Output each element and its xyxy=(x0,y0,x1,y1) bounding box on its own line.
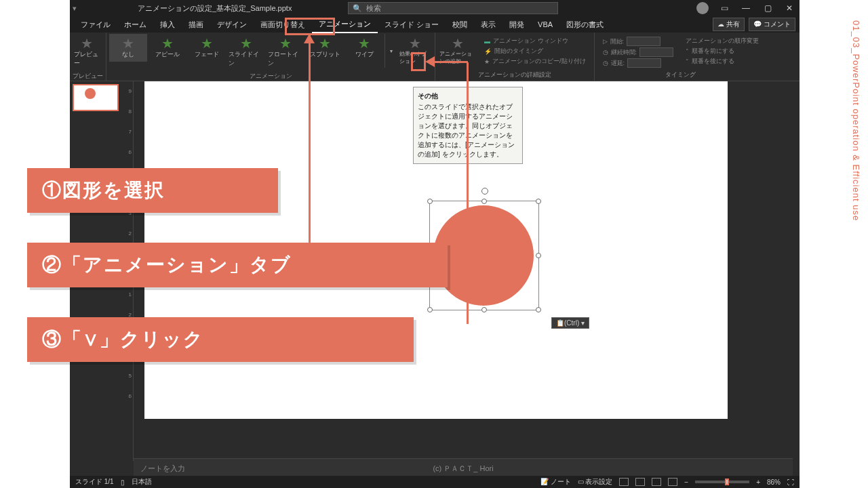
start-input[interactable] xyxy=(627,37,660,46)
ribbon-group-animation: ★なし ★アピール ★フェード ★スライドイン ★フロートイン ★スプリット ★… xyxy=(106,33,435,81)
order-later-button[interactable]: ˅順番を後にする xyxy=(686,57,759,66)
animation-pane-button[interactable]: ▬アニメーション ウィンドウ xyxy=(484,37,586,45)
tab-draw[interactable]: 描画 xyxy=(182,16,210,33)
chevron-down-icon: ▾ xyxy=(390,48,393,54)
slideshow-view-button[interactable] xyxy=(668,478,677,486)
star-icon: ★ xyxy=(319,37,331,50)
resize-handle[interactable] xyxy=(536,253,541,258)
minimize-button[interactable]: — xyxy=(740,2,752,14)
callout-3: ③「∨」クリック xyxy=(27,317,414,362)
paste-options-tag[interactable]: 📋(Ctrl) ▾ xyxy=(551,317,589,329)
language-label[interactable]: 日本語 xyxy=(132,477,152,487)
order-title: アニメーションの順序変更 xyxy=(686,37,759,45)
ribbon-mode-icon[interactable]: ▭ xyxy=(718,2,730,14)
start-label: 開始: xyxy=(610,37,625,46)
titlebar: アニメーションの設定_基本設定_Sample.pptx ▾ 🔍 検索 ▭ — ▢… xyxy=(70,0,800,16)
zoom-in-button[interactable]: + xyxy=(756,479,760,486)
trigger-button[interactable]: ⚡開始のタイミング xyxy=(484,47,586,56)
menu-bar: ファイル ホーム 挿入 描画 デザイン 画面切り替え アニメーション スライド … xyxy=(70,16,800,33)
zoom-slider-thumb[interactable] xyxy=(725,479,729,485)
notes-button[interactable]: 📝 ノート xyxy=(540,477,571,487)
fit-to-window-button[interactable]: ⛶ xyxy=(787,479,794,486)
tab-vba[interactable]: VBA xyxy=(531,16,559,33)
status-bar: スライド 1/1 ▯ 日本語 📝 ノート ▭ 表示設定 − + 86% ⛶ xyxy=(70,476,800,488)
tab-format[interactable]: 図形の書式 xyxy=(559,16,610,33)
zoom-out-button[interactable]: − xyxy=(684,479,688,486)
search-placeholder: 検索 xyxy=(366,3,381,14)
arrow-3-line-v xyxy=(467,62,469,324)
tab-review[interactable]: 校閲 xyxy=(446,16,474,33)
display-settings[interactable]: ▭ 表示設定 xyxy=(578,477,613,487)
zoom-slider[interactable] xyxy=(695,481,749,483)
resize-handle[interactable] xyxy=(427,199,433,204)
resize-handle[interactable] xyxy=(536,307,541,312)
resize-handle[interactable] xyxy=(536,199,541,204)
zoom-value[interactable]: 86% xyxy=(767,479,781,486)
close-button[interactable]: ✕ xyxy=(783,2,795,14)
rotation-handle[interactable] xyxy=(481,188,488,195)
duration-label: 継続時間: xyxy=(611,48,637,57)
ribbon-group-timing: ▷開始: ◷継続時間: ◷遅延: アニメーションの順序変更 ˄順番を前にする ˅… xyxy=(595,33,768,81)
star-icon: ★ xyxy=(409,37,421,50)
watermark: (c) ＰＡＣＴ_ Hori xyxy=(433,464,493,474)
duration-input[interactable] xyxy=(639,47,673,57)
tab-home[interactable]: ホーム xyxy=(117,16,153,33)
animation-none[interactable]: ★なし xyxy=(109,34,147,62)
window-controls: ▭ — ▢ ✕ xyxy=(696,2,795,14)
side-text: 01_03_PowerPoint operation & Efficient u… xyxy=(851,20,861,221)
animation-fade[interactable]: ★フェード xyxy=(188,34,226,62)
pane-icon: ▬ xyxy=(484,38,490,45)
clock-icon: ◷ xyxy=(603,49,608,56)
chevron-down-icon: ˅ xyxy=(686,58,689,65)
normal-view-button[interactable] xyxy=(619,478,629,486)
tab-view[interactable]: 表示 xyxy=(474,16,502,33)
tab-file[interactable]: ファイル xyxy=(74,16,117,33)
star-icon: ★ xyxy=(81,37,93,50)
delay-icon: ◷ xyxy=(603,60,608,66)
animation-floatin[interactable]: ★フロートイン xyxy=(267,34,304,70)
animation-wipe[interactable]: ★ワイプ xyxy=(345,34,383,62)
order-earlier-button[interactable]: ˄順番を前にする xyxy=(686,47,759,56)
delay-input[interactable] xyxy=(627,58,661,68)
resize-handle[interactable] xyxy=(427,307,433,312)
animation-slidein[interactable]: ★スライドイン xyxy=(227,34,265,70)
tab-design[interactable]: デザイン xyxy=(210,16,254,33)
star-icon: ★ xyxy=(161,37,174,50)
star-icon: ★ xyxy=(201,37,213,50)
arrow-2-head xyxy=(304,34,315,43)
advanced-options: ▬アニメーション ウィンドウ ⚡開始のタイミング ★アニメーションのコピー/貼り… xyxy=(479,34,591,66)
thumbnail-shape xyxy=(85,88,96,99)
avatar[interactable] xyxy=(696,2,709,14)
lang-icon: ▯ xyxy=(121,479,125,486)
chevron-up-icon: ˄ xyxy=(686,48,689,55)
group-label-timing: タイミング xyxy=(597,69,765,81)
comment-button[interactable]: 💬 コメント xyxy=(749,18,795,31)
search-icon: 🔍 xyxy=(353,4,362,13)
tab-slideshow[interactable]: スライド ショー xyxy=(378,16,446,33)
highlight-more-button xyxy=(411,52,426,71)
resize-handle[interactable] xyxy=(481,307,487,312)
preview-label: プレビュー xyxy=(74,50,100,68)
reading-view-button[interactable] xyxy=(652,478,661,486)
ribbon-group-preview: ★ プレビュー プレビュー xyxy=(70,33,106,81)
maximize-button[interactable]: ▢ xyxy=(762,2,774,14)
clipboard-icon: 📋 xyxy=(556,319,564,327)
trigger-icon: ⚡ xyxy=(484,48,492,55)
sorter-view-button[interactable] xyxy=(635,478,645,486)
animation-appear[interactable]: ★アピール xyxy=(149,34,186,62)
title-dropdown-icon[interactable]: ▾ xyxy=(73,4,77,13)
document-title: アニメーションの設定_基本設定_Sample.pptx xyxy=(138,3,292,14)
preview-button[interactable]: ★ プレビュー xyxy=(73,34,101,70)
arrow-3-head xyxy=(425,56,435,67)
resize-handle[interactable] xyxy=(481,199,487,204)
slide-thumbnail-1[interactable] xyxy=(73,84,119,111)
tab-insert[interactable]: 挿入 xyxy=(153,16,182,33)
animation-gallery-more[interactable]: ▾ xyxy=(384,34,397,68)
slide-counter: スライド 1/1 xyxy=(75,477,114,487)
notes-placeholder: ノートを入力 xyxy=(140,464,185,474)
share-button[interactable]: ☁ 共有 xyxy=(713,18,745,31)
star-icon: ★ xyxy=(279,37,292,50)
tab-developer[interactable]: 開発 xyxy=(502,16,531,33)
animation-painter-button[interactable]: ★アニメーションのコピー/貼り付け xyxy=(484,57,586,66)
search-box[interactable]: 🔍 検索 xyxy=(348,2,558,14)
